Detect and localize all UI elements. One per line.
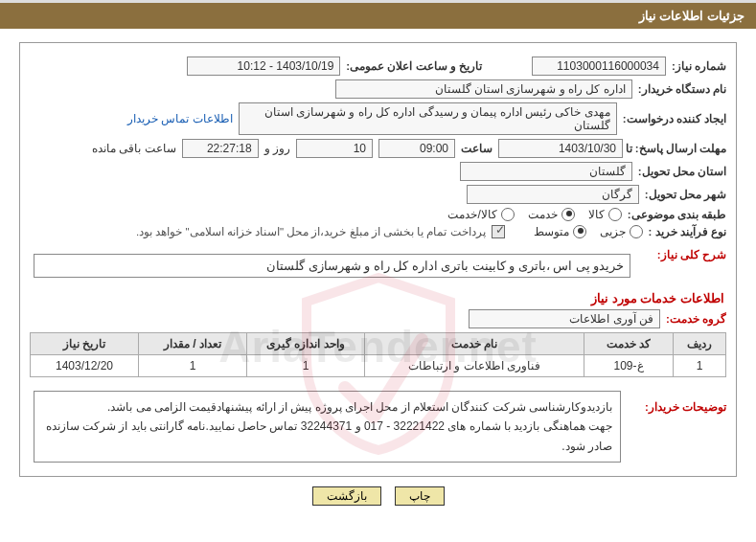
cell-qty: 1 <box>139 355 247 377</box>
delivery-city: گرگان <box>467 185 639 204</box>
requester-value: مهدی خاکی رئیس اداره پیمان و رسیدگی ادار… <box>239 102 617 135</box>
deadline-label: مهلت ارسال پاسخ: تا تاریخ: <box>629 142 726 156</box>
remaining-word: ساعت باقی مانده <box>92 142 176 155</box>
th-code: کد خدمت <box>584 333 674 355</box>
radio-medium[interactable]: متوسط <box>534 225 586 238</box>
delivery-province-label: استان محل تحویل: <box>638 165 726 178</box>
payment-checkbox[interactable] <box>492 225 505 238</box>
announce-dt-label: تاریخ و ساعت اعلان عمومی: <box>346 59 482 73</box>
buyer-org-label: نام دستگاه خریدار: <box>638 82 726 96</box>
services-table: ردیف کد خدمت نام خدمت واحد اندازه گیری ت… <box>30 332 726 377</box>
need-no-label: شماره نیاز: <box>672 59 726 73</box>
deadline-time: 09:00 <box>378 139 455 158</box>
table-row: 1 غ-109 فناوری اطلاعات و ارتباطات 1 1 14… <box>31 355 726 377</box>
days-word: روز و <box>264 142 290 155</box>
radio-goods[interactable]: کالا <box>588 208 622 221</box>
deadline-time-label: ساعت <box>461 142 493 155</box>
print-button[interactable]: چاپ <box>395 486 445 506</box>
days-remaining: 10 <box>296 139 373 158</box>
announce-dt-value: 1403/10/19 - 10:12 <box>187 56 340 76</box>
delivery-city-label: شهر محل تحویل: <box>645 188 726 201</box>
th-date: تاریخ نیاز <box>31 333 139 355</box>
deadline-date: 1403/10/30 <box>498 139 623 158</box>
subject-class-radios: کالا خدمت کالا/خدمت <box>447 208 621 221</box>
th-qty: تعداد / مقدار <box>139 333 247 355</box>
cell-name: فناوری اطلاعات و ارتباطات <box>365 355 584 377</box>
need-summary-label: شرح کلی نیاز: <box>640 248 726 261</box>
need-no-value: 1103000116000034 <box>532 56 666 76</box>
cell-date: 1403/12/20 <box>31 355 139 377</box>
purchase-type-label: نوع فرآیند خرید : <box>649 225 726 238</box>
buyer-notes-line2: جهت هماهنگی بازدید با شماره های 32221422… <box>42 417 612 456</box>
radio-service[interactable]: خدمت <box>528 208 575 221</box>
th-name: نام خدمت <box>365 333 584 355</box>
delivery-province: گلستان <box>460 162 632 181</box>
service-group-label: گروه خدمت: <box>666 312 726 326</box>
cell-code: غ-109 <box>584 355 674 377</box>
need-summary-value: خریدو پی اس ،باتری و کابینت باتری اداره … <box>34 254 630 278</box>
back-button[interactable]: بازگشت <box>312 486 381 506</box>
cell-idx: 1 <box>674 355 726 377</box>
payment-note: پرداخت تمام یا بخشی از مبلغ خرید،از محل … <box>136 225 486 238</box>
th-idx: ردیف <box>674 333 726 355</box>
buyer-contact-link[interactable]: اطلاعات تماس خریدار <box>127 112 233 125</box>
radio-goods-service[interactable]: کالا/خدمت <box>447 208 514 221</box>
radio-minor[interactable]: جزیی <box>600 225 643 238</box>
requester-label: ایجاد کننده درخواست: <box>623 112 726 125</box>
buyer-notes-line1: بازدیدوکارشناسی شرکت کنندگان استعلام از … <box>42 397 612 417</box>
service-group-value: فن آوری اطلاعات <box>469 309 660 328</box>
services-info-title: اطلاعات خدمات مورد نیاز <box>32 291 724 305</box>
subject-class-label: طبقه بندی موضوعی: <box>628 208 726 221</box>
time-remaining: 22:27:18 <box>182 139 259 158</box>
purchase-type-radios: جزیی متوسط <box>534 225 643 238</box>
page-title: جزئیات اطلاعات نیاز <box>0 3 756 29</box>
buyer-notes-box: بازدیدوکارشناسی شرکت کنندگان استعلام از … <box>34 391 621 463</box>
th-unit: واحد اندازه گیری <box>247 333 365 355</box>
buyer-org-value: اداره کل راه و شهرسازی استان گلستان <box>335 79 632 99</box>
cell-unit: 1 <box>247 355 365 377</box>
buyer-notes-label: توضیحات خریدار: <box>630 383 726 414</box>
form-panel: AriaTender.net شماره نیاز: 1103000116000… <box>19 42 737 477</box>
